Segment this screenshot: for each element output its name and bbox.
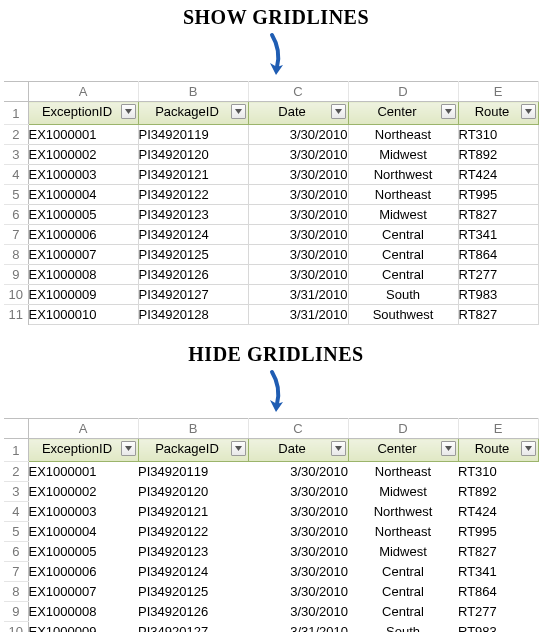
- cell[interactable]: EX1000006: [28, 562, 138, 582]
- row-header[interactable]: 7: [4, 225, 28, 245]
- row-header[interactable]: 2: [4, 125, 28, 145]
- select-all-corner[interactable]: [4, 82, 28, 102]
- cell[interactable]: RT424: [458, 502, 538, 522]
- cell[interactable]: Midwest: [348, 145, 458, 165]
- col-header-e[interactable]: E: [458, 419, 538, 439]
- cell[interactable]: RT864: [458, 582, 538, 602]
- filter-dropdown-icon[interactable]: [231, 104, 246, 119]
- cell[interactable]: 3/30/2010: [248, 125, 348, 145]
- cell[interactable]: Central: [348, 245, 458, 265]
- cell[interactable]: PI34920123: [138, 205, 248, 225]
- cell[interactable]: 3/30/2010: [248, 542, 348, 562]
- cell[interactable]: PI34920127: [138, 285, 248, 305]
- row-header[interactable]: 6: [4, 542, 28, 562]
- cell[interactable]: 3/30/2010: [248, 165, 348, 185]
- filter-dropdown-icon[interactable]: [121, 441, 136, 456]
- row-header[interactable]: 4: [4, 165, 28, 185]
- row-header[interactable]: 8: [4, 245, 28, 265]
- cell[interactable]: PI34920128: [138, 305, 248, 325]
- cell[interactable]: EX1000004: [28, 522, 138, 542]
- cell[interactable]: EX1000002: [28, 482, 138, 502]
- cell[interactable]: PI34920121: [138, 502, 248, 522]
- row-header[interactable]: 9: [4, 265, 28, 285]
- col-header-c[interactable]: C: [248, 419, 348, 439]
- cell[interactable]: Northeast: [348, 462, 458, 482]
- cell[interactable]: 3/30/2010: [248, 265, 348, 285]
- cell[interactable]: RT827: [458, 542, 538, 562]
- cell[interactable]: 3/30/2010: [248, 502, 348, 522]
- cell[interactable]: RT995: [458, 185, 538, 205]
- filter-dropdown-icon[interactable]: [121, 104, 136, 119]
- cell[interactable]: RT277: [458, 265, 538, 285]
- cell[interactable]: Midwest: [348, 205, 458, 225]
- cell[interactable]: 3/30/2010: [248, 145, 348, 165]
- row-header[interactable]: 4: [4, 502, 28, 522]
- filter-dropdown-icon[interactable]: [231, 441, 246, 456]
- cell[interactable]: PI34920124: [138, 225, 248, 245]
- row-header[interactable]: 5: [4, 185, 28, 205]
- cell[interactable]: EX1000005: [28, 205, 138, 225]
- cell[interactable]: Central: [348, 602, 458, 622]
- cell[interactable]: EX1000003: [28, 502, 138, 522]
- cell[interactable]: Central: [348, 225, 458, 245]
- filter-dropdown-icon[interactable]: [331, 104, 346, 119]
- cell[interactable]: RT864: [458, 245, 538, 265]
- cell[interactable]: RT892: [458, 145, 538, 165]
- col-header-b[interactable]: B: [138, 82, 248, 102]
- col-header-d[interactable]: D: [348, 82, 458, 102]
- cell[interactable]: 3/30/2010: [248, 602, 348, 622]
- col-header-b[interactable]: B: [138, 419, 248, 439]
- cell[interactable]: Midwest: [348, 482, 458, 502]
- filter-dropdown-icon[interactable]: [441, 441, 456, 456]
- cell[interactable]: EX1000006: [28, 225, 138, 245]
- cell[interactable]: Central: [348, 265, 458, 285]
- row-header[interactable]: 10: [4, 622, 28, 633]
- cell[interactable]: 3/30/2010: [248, 225, 348, 245]
- cell[interactable]: EX1000002: [28, 145, 138, 165]
- row-header[interactable]: 2: [4, 462, 28, 482]
- cell[interactable]: South: [348, 285, 458, 305]
- cell[interactable]: PI34920126: [138, 602, 248, 622]
- cell[interactable]: 3/30/2010: [248, 462, 348, 482]
- row-header[interactable]: 3: [4, 145, 28, 165]
- cell[interactable]: EX1000009: [28, 622, 138, 633]
- cell[interactable]: Northwest: [348, 502, 458, 522]
- cell[interactable]: PI34920126: [138, 265, 248, 285]
- cell[interactable]: PI34920122: [138, 522, 248, 542]
- row-header[interactable]: 3: [4, 482, 28, 502]
- cell[interactable]: RT424: [458, 165, 538, 185]
- row-header[interactable]: 10: [4, 285, 28, 305]
- filter-dropdown-icon[interactable]: [331, 441, 346, 456]
- cell[interactable]: EX1000004: [28, 185, 138, 205]
- cell[interactable]: PI34920120: [138, 145, 248, 165]
- cell[interactable]: RT310: [458, 462, 538, 482]
- cell[interactable]: PI34920123: [138, 542, 248, 562]
- cell[interactable]: Northeast: [348, 185, 458, 205]
- cell[interactable]: EX1000008: [28, 265, 138, 285]
- cell[interactable]: RT892: [458, 482, 538, 502]
- cell[interactable]: PI34920125: [138, 245, 248, 265]
- cell[interactable]: RT983: [458, 622, 538, 633]
- col-header-a[interactable]: A: [28, 419, 138, 439]
- cell[interactable]: PI34920121: [138, 165, 248, 185]
- cell[interactable]: PI34920124: [138, 562, 248, 582]
- row-header[interactable]: 9: [4, 602, 28, 622]
- cell[interactable]: RT827: [458, 305, 538, 325]
- cell[interactable]: RT310: [458, 125, 538, 145]
- cell[interactable]: 3/30/2010: [248, 562, 348, 582]
- cell[interactable]: PI34920120: [138, 482, 248, 502]
- cell[interactable]: Northwest: [348, 165, 458, 185]
- cell[interactable]: RT341: [458, 225, 538, 245]
- cell[interactable]: Northeast: [348, 125, 458, 145]
- cell[interactable]: RT827: [458, 205, 538, 225]
- cell[interactable]: Central: [348, 582, 458, 602]
- cell[interactable]: EX1000005: [28, 542, 138, 562]
- row-header[interactable]: 5: [4, 522, 28, 542]
- cell[interactable]: 3/30/2010: [248, 205, 348, 225]
- row-header[interactable]: 6: [4, 205, 28, 225]
- cell[interactable]: EX1000008: [28, 602, 138, 622]
- filter-dropdown-icon[interactable]: [441, 104, 456, 119]
- cell[interactable]: RT983: [458, 285, 538, 305]
- cell[interactable]: 3/30/2010: [248, 185, 348, 205]
- row-header[interactable]: 1: [4, 102, 28, 125]
